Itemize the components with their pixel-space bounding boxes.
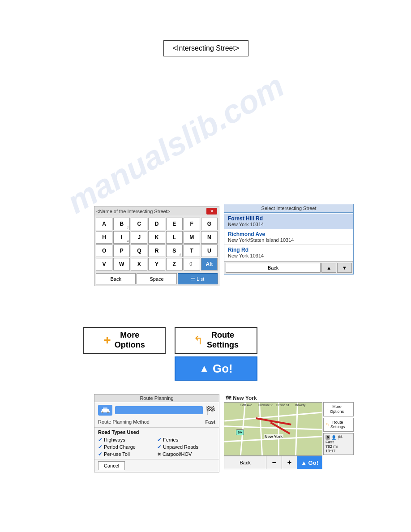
key-m[interactable]: M [184, 231, 200, 244]
keyboard-back-button[interactable]: Back [96, 273, 136, 284]
select-item-1-addr: New York 10314 [228, 222, 350, 227]
route-settings-line2: Settings [207, 340, 239, 350]
road-item-ferries: ✔ Ferries [157, 437, 215, 443]
key-u[interactable]: U [201, 245, 218, 257]
select-intersecting-panel: Select Intersecting Street Forest Hill R… [224, 204, 354, 275]
route-planning-title: Route Planning [94, 395, 219, 402]
key-0[interactable]: 0 [184, 258, 200, 270]
more-options-button[interactable]: + More Options [83, 327, 166, 354]
map-go-button[interactable]: ▲ Go! [297, 456, 322, 469]
route-method-value: Fast [205, 419, 215, 425]
select-panel-bottom: Back ▲ ▼ [224, 261, 353, 274]
select-back-button[interactable]: Back [226, 263, 321, 273]
map-route-settings-button[interactable]: ↰ Route Settings [323, 418, 354, 432]
key-q[interactable]: Q [131, 245, 147, 257]
road-v3 [278, 403, 279, 455]
go-label: Go! [213, 362, 233, 376]
key-s[interactable]: S# [166, 245, 183, 257]
route-planning-progress: 🏁 [94, 402, 219, 418]
select-list: Forest Hill Rd New York 10314 Richmond A… [224, 213, 353, 261]
key-a[interactable]: A [96, 218, 112, 230]
key-c[interactable]: C [131, 218, 147, 230]
more-options-line2: Options [115, 340, 145, 350]
road-label-centre: Centre St [276, 403, 289, 407]
select-panel-title: Select Intersecting Street [224, 204, 353, 213]
more-options-text: More Options [115, 330, 145, 350]
select-item-2[interactable]: Richmond Ave New York/Staten Island 1031… [224, 229, 353, 245]
check-icon-unpaved: ✔ [157, 444, 162, 450]
map-back-button[interactable]: Back [224, 456, 266, 469]
map-info-box: 9 👤 🏁 Fast 782 mi 13:17 [323, 433, 354, 455]
keyboard-list-button[interactable]: ☰ List [178, 273, 218, 284]
select-item-1-name: Forest Hill Rd [228, 215, 350, 222]
select-next-button[interactable]: ▼ [337, 263, 352, 273]
flag-icon: 🏁 [206, 405, 215, 415]
map-container[interactable]: 12th Ave Hudson St Centre St Bowery New … [224, 402, 322, 456]
key-d[interactable]: D [148, 218, 165, 230]
road-v2 [259, 403, 263, 455]
map-flag-icon: 🏁 [338, 435, 342, 440]
road-label-carpool: Carpool/HOV [163, 451, 192, 457]
more-options-line1: More [115, 330, 145, 340]
key-h[interactable]: H [96, 231, 112, 244]
select-item-1[interactable]: Forest Hill Rd New York 10314 [224, 214, 353, 229]
key-t[interactable]: T [184, 245, 200, 257]
road-item-highways: ✔ Highways [98, 437, 156, 443]
road-item-period-charge: ✔ Period Charge [98, 444, 156, 450]
key-x[interactable]: X [131, 258, 147, 270]
key-y[interactable]: Y [148, 258, 165, 270]
key-w[interactable]: W [113, 258, 130, 270]
key-i[interactable]: I4 [113, 231, 130, 244]
key-v[interactable]: V [96, 258, 112, 270]
key-z[interactable]: Z [166, 258, 183, 270]
svg-point-2 [102, 412, 103, 413]
map-wrapper: 12th Ave Hudson St Centre St Bowery New … [224, 402, 354, 469]
route-planning-cancel-button[interactable]: Cancel [98, 461, 125, 470]
key-e[interactable]: E [166, 218, 183, 230]
route-settings-button[interactable]: ↰ Route Settings [175, 327, 257, 354]
map-zoom-in-button[interactable]: + [282, 456, 297, 469]
map-more-options-button[interactable]: + More Options [323, 402, 354, 416]
route-method-row: Route Planning Method Fast [94, 418, 219, 427]
key-f[interactable]: F [184, 218, 200, 230]
plus-icon: + [103, 333, 111, 348]
road-label-bowery: Bowery [295, 403, 305, 407]
go-button[interactable]: ▲ Go! [175, 356, 257, 381]
map-title-bar: 🗺 New York [224, 394, 354, 402]
road-label-highways: Highways [104, 437, 125, 442]
keyboard-title: <Name of the Intersecting Street> [96, 209, 170, 214]
key-b[interactable]: B7 [113, 218, 130, 230]
key-r[interactable]: R [148, 245, 165, 257]
select-prev-button[interactable]: ▲ [321, 263, 336, 273]
car-icon [98, 405, 112, 416]
map-right-panel: + More Options ↰ Route Settings 9 👤 🏁 [323, 402, 354, 455]
keyboard-bottom: Back Space ☰ List [94, 272, 219, 286]
map-title-icon: 🗺 [226, 395, 231, 401]
road-types-section: Road Types Used ✔ Highways ✔ Ferries ✔ P… [94, 427, 219, 459]
key-o[interactable]: O [96, 245, 112, 257]
road-label-unpaved: Unpaved Roads [163, 444, 198, 450]
road-item-per-use-toll: ✔ Per-use Toll [98, 451, 156, 457]
route-settings-area: ↰ Route Settings ▲ Go! [175, 327, 257, 381]
key-k[interactable]: K [148, 231, 165, 244]
key-l[interactable]: L [166, 231, 183, 244]
road-label-12th: 12th Ave [240, 403, 252, 407]
key-p[interactable]: P [113, 245, 130, 257]
keyboard-space-button[interactable]: Space [137, 273, 176, 284]
map-zoom-out-button[interactable]: − [266, 456, 282, 469]
svg-rect-4 [103, 408, 107, 410]
intersecting-street-box: <Intersecting Street> [163, 40, 249, 56]
keyboard-delete-button[interactable]: ✕ [206, 208, 217, 215]
more-options-area: + More Options [83, 327, 166, 354]
select-item-3[interactable]: Ring Rd New York 10314 [224, 245, 353, 260]
key-n[interactable]: N [201, 231, 218, 244]
keyboard-title-bar: <Name of the Intersecting Street> ✕ [94, 206, 219, 216]
route-progress-bar [115, 406, 203, 414]
turn-icon: ↰ [193, 334, 203, 348]
road-label-ferries: Ferries [163, 437, 178, 442]
key-g[interactable]: G [201, 218, 218, 230]
select-item-2-name: Richmond Ave [228, 231, 350, 237]
key-j[interactable]: J [131, 231, 147, 244]
key-alt[interactable]: Alt [201, 258, 218, 270]
map-plus-icon: + [325, 406, 329, 412]
